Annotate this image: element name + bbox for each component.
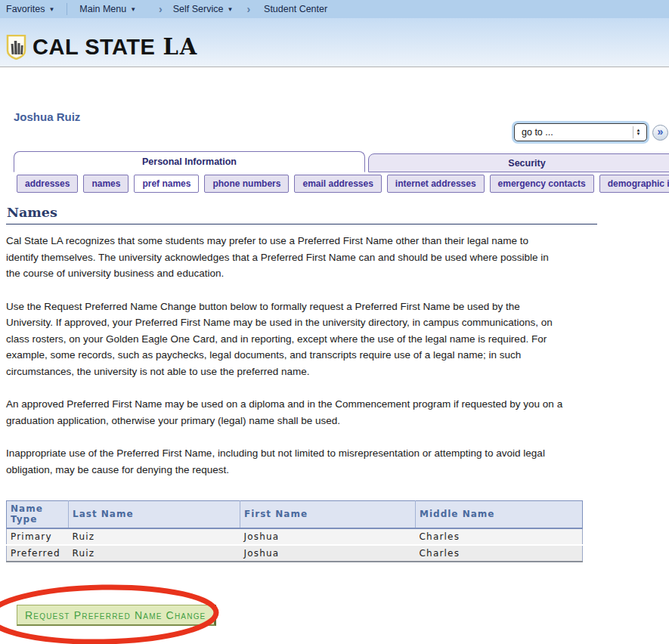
subtab-emergency-contacts[interactable]: emergency contacts — [490, 175, 594, 193]
breadcrumb-separator-icon: › — [246, 3, 250, 15]
policy-paragraph-1: Cal State LA recognizes that some studen… — [6, 233, 656, 282]
subtab-demographic-info[interactable]: demographic inf — [599, 175, 669, 193]
names-table: Name Type Last Name First Name Middle Na… — [6, 500, 583, 562]
subtab-names[interactable]: names — [83, 175, 129, 193]
policy-paragraph-2: Use the Request Preferred Name Change bu… — [6, 299, 656, 380]
chevron-down-icon: ▼ — [227, 5, 233, 13]
subtab-label: internet addresses — [395, 178, 476, 189]
table-header-row: Name Type Last Name First Name Middle Na… — [7, 501, 583, 528]
tab-security-label: Security — [508, 158, 545, 169]
tab-personal-information[interactable]: Personal Information — [14, 151, 365, 172]
title-underline — [6, 224, 597, 224]
goto-selected-value: go to ... — [522, 127, 553, 138]
subtab-internet-addresses[interactable]: internet addresses — [387, 175, 485, 193]
logo-text-primary: CAL STATE — [33, 35, 155, 60]
goto-dropdown[interactable]: go to ... ▲▼ — [514, 123, 647, 141]
page-title: Names — [7, 205, 57, 220]
self-service-label: Self Service — [173, 4, 224, 14]
student-name: Joshua Ruiz — [14, 110, 80, 123]
cell-first-name: Joshua — [240, 545, 416, 562]
cell-name-type: Primary — [7, 528, 69, 545]
main-menu-label: Main Menu — [79, 4, 126, 14]
subtab-pref-names[interactable]: pref names — [134, 175, 199, 193]
table-row: Primary Ruiz Joshua Charles — [7, 528, 583, 545]
subtab-label: emergency contacts — [498, 178, 586, 189]
subtab-label: names — [91, 178, 120, 189]
col-header-last-name: Last Name — [69, 501, 240, 528]
select-spinner-icon: ▲▼ — [633, 126, 643, 138]
tab-personal-information-label: Personal Information — [142, 156, 237, 167]
subtab-label: email addresses — [302, 178, 373, 189]
tab-security[interactable]: Security — [368, 153, 669, 172]
breadcrumb-separator-icon: › — [159, 3, 163, 15]
subtab-phone-numbers[interactable]: phone numbers — [204, 175, 289, 193]
col-header-middle-name: Middle Name — [416, 501, 583, 528]
cell-last-name: Ruiz — [69, 545, 240, 562]
cal-state-la-logo: CAL STATE LA — [6, 34, 198, 60]
goto-go-button[interactable]: » — [652, 125, 668, 141]
logo-text-secondary: LA — [163, 34, 198, 60]
cell-middle-name: Charles — [416, 545, 583, 562]
col-header-first-name: First Name — [240, 501, 416, 528]
nav-divider — [67, 3, 67, 15]
policy-text: Cal State LA recognizes that some studen… — [6, 233, 656, 494]
policy-paragraph-4: Inappropriate use of the Preferred First… — [6, 445, 656, 478]
self-service-menu[interactable]: Self Service ▼ — [173, 4, 234, 14]
chevron-down-icon: ▼ — [130, 5, 136, 13]
subtab-addresses[interactable]: addresses — [17, 175, 78, 193]
request-preferred-name-change-button[interactable]: Request Preferred Name Change — [17, 605, 216, 626]
favorites-menu[interactable]: Favorites ▼ — [6, 4, 54, 14]
subtab-label: pref names — [142, 178, 190, 189]
goto-controls: go to ... ▲▼ » — [514, 123, 668, 141]
cell-name-type: Preferred — [7, 545, 69, 562]
subtab-label: addresses — [25, 178, 70, 189]
header-banner: CAL STATE LA — [0, 18, 669, 67]
shield-icon — [6, 35, 26, 60]
favorites-label: Favorites — [6, 4, 45, 14]
student-center-page: Favorites ▼ Main Menu ▼ › Self Service ▼… — [0, 0, 669, 644]
subtab-label: phone numbers — [212, 178, 280, 189]
cell-last-name: Ruiz — [69, 528, 240, 545]
main-menu[interactable]: Main Menu ▼ — [79, 4, 136, 14]
subtab-bar: addresses names pref names phone numbers… — [17, 175, 669, 193]
breadcrumb-current-page[interactable]: Student Center — [264, 4, 327, 14]
table-row: Preferred Ruiz Joshua Charles — [7, 545, 583, 562]
student-center-label: Student Center — [264, 4, 327, 14]
breadcrumb: Favorites ▼ Main Menu ▼ › Self Service ▼… — [0, 0, 669, 18]
chevron-down-icon: ▼ — [48, 5, 54, 13]
subtab-label: demographic inf — [608, 178, 669, 189]
col-header-name-type: Name Type — [7, 501, 69, 528]
subtab-email-addresses[interactable]: email addresses — [294, 175, 381, 193]
cell-first-name: Joshua — [240, 528, 416, 545]
cell-middle-name: Charles — [416, 528, 583, 545]
policy-paragraph-3: An approved Preferred First Name may be … — [6, 396, 656, 429]
